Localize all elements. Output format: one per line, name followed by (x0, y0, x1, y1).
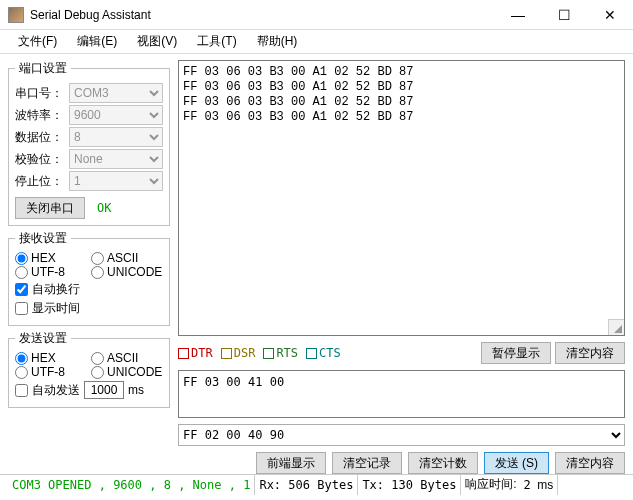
send-settings-group: 发送设置 HEX ASCII UTF-8 UNICODE 自动发送 ms (8, 330, 170, 408)
databits-select[interactable]: 8 (69, 127, 163, 147)
menu-edit[interactable]: 编辑(E) (67, 31, 127, 52)
pause-display-button[interactable]: 暂停显示 (481, 342, 551, 364)
maximize-button[interactable]: ☐ (541, 0, 587, 30)
send-settings-legend: 发送设置 (15, 330, 71, 347)
port-settings-group: 端口设置 串口号： COM3 波特率： 9600 数据位： 8 校验位： Non… (8, 60, 170, 226)
menu-tools[interactable]: 工具(T) (187, 31, 246, 52)
interval-input[interactable] (84, 381, 124, 399)
databits-label: 数据位： (15, 129, 65, 146)
autosend-check[interactable]: 自动发送 (15, 382, 80, 399)
connection-status: COM3 OPENED , 9600 , 8 , None , 1 (8, 475, 255, 495)
rx-cell: Rx: 506 Bytes (255, 475, 358, 495)
titlebar: Serial Debug Assistant — ☐ ✕ (0, 0, 633, 30)
menubar: 文件(F) 编辑(E) 视图(V) 工具(T) 帮助(H) (0, 30, 633, 54)
close-port-button[interactable]: 关闭串口 (15, 197, 85, 219)
clear-log-button[interactable]: 清空记录 (332, 452, 402, 474)
rts-signal[interactable]: RTS (263, 346, 298, 360)
send-utf8-option[interactable]: UTF-8 (15, 365, 87, 379)
front-display-button[interactable]: 前端显示 (256, 452, 326, 474)
baud-select[interactable]: 9600 (69, 105, 163, 125)
showtime-check[interactable]: 显示时间 (15, 300, 163, 317)
recv-unicode-option[interactable]: UNICODE (91, 265, 163, 279)
status-bar: COM3 OPENED , 9600 , 8 , None , 1 Rx: 50… (0, 474, 633, 494)
send-unicode-option[interactable]: UNICODE (91, 365, 163, 379)
parity-select[interactable]: None (69, 149, 163, 169)
recv-settings-group: 接收设置 HEX ASCII UTF-8 UNICODE 自动换行 显示时间 (8, 230, 170, 326)
resize-grip-icon (608, 319, 624, 335)
stopbits-select[interactable]: 1 (69, 171, 163, 191)
recv-ascii-option[interactable]: ASCII (91, 251, 163, 265)
history-select[interactable]: FF 02 00 40 90 (178, 424, 625, 446)
send-hex-option[interactable]: HEX (15, 351, 87, 365)
response-time-cell: 响应时间: 2 ms (461, 475, 558, 495)
port-label: 串口号： (15, 85, 65, 102)
menu-view[interactable]: 视图(V) (127, 31, 187, 52)
send-button[interactable]: 发送 (S) (484, 452, 549, 474)
recv-hex-option[interactable]: HEX (15, 251, 87, 265)
stopbits-label: 停止位： (15, 173, 65, 190)
minimize-button[interactable]: — (495, 0, 541, 30)
port-select[interactable]: COM3 (69, 83, 163, 103)
clear-receive-button[interactable]: 清空内容 (555, 342, 625, 364)
recv-settings-legend: 接收设置 (15, 230, 71, 247)
dsr-signal[interactable]: DSR (221, 346, 256, 360)
port-status: OK (97, 201, 111, 215)
clear-count-button[interactable]: 清空计数 (408, 452, 478, 474)
receive-textarea[interactable]: FF 03 06 03 B3 00 A1 02 52 BD 87 FF 03 0… (178, 60, 625, 336)
parity-label: 校验位： (15, 151, 65, 168)
autowrap-check[interactable]: 自动换行 (15, 281, 163, 298)
menu-file[interactable]: 文件(F) (8, 31, 67, 52)
interval-unit: ms (128, 383, 144, 397)
port-settings-legend: 端口设置 (15, 60, 71, 77)
menu-help[interactable]: 帮助(H) (247, 31, 308, 52)
recv-utf8-option[interactable]: UTF-8 (15, 265, 87, 279)
window-buttons: — ☐ ✕ (495, 0, 633, 30)
baud-label: 波特率： (15, 107, 65, 124)
clear-send-button[interactable]: 清空内容 (555, 452, 625, 474)
send-ascii-option[interactable]: ASCII (91, 351, 163, 365)
window-title: Serial Debug Assistant (30, 8, 495, 22)
app-icon (8, 7, 24, 23)
tx-cell: Tx: 130 Bytes (358, 475, 461, 495)
close-button[interactable]: ✕ (587, 0, 633, 30)
cts-signal[interactable]: CTS (306, 346, 341, 360)
dtr-signal[interactable]: DTR (178, 346, 213, 360)
send-textarea[interactable] (178, 370, 625, 418)
